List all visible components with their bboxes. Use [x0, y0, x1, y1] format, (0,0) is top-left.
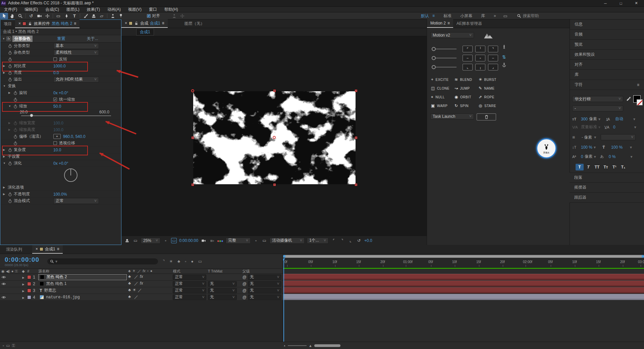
anchor-bottom-center-button[interactable]: ╷	[475, 64, 485, 70]
label-color[interactable]	[27, 282, 31, 286]
shape-tool[interactable]: ▭	[54, 13, 62, 19]
anchor-icon[interactable]	[501, 62, 507, 68]
expand-icon[interactable]: ▶	[22, 276, 24, 279]
stopwatch-icon[interactable]	[13, 141, 18, 146]
layer-name[interactable]: 黑色 纯色 1	[38, 281, 127, 287]
parent-dropdown[interactable]: 无˅	[248, 295, 281, 300]
menu-animation[interactable]: 动画(A)	[107, 7, 121, 12]
empty-dropdown[interactable]: ˅	[601, 134, 636, 140]
search-help[interactable]: 搜索帮助	[517, 13, 539, 19]
snapshot-icon[interactable]	[201, 238, 207, 243]
eye-icon[interactable]	[1, 275, 6, 280]
baseline-grid-value[interactable]: - 像素	[582, 135, 592, 140]
noise-type-dropdown[interactable]: 柔和线性˅	[53, 50, 99, 56]
transparency-grid-icon[interactable]: ▭	[261, 238, 267, 243]
all-caps-button[interactable]: TT	[593, 164, 601, 170]
tab-composition[interactable]: × 合成 合成1 ≡	[121, 19, 168, 28]
blend-button[interactable]: ≋BLEND	[454, 77, 472, 82]
anchor-mid-right-button[interactable]: −	[488, 55, 498, 61]
null-button[interactable]: ⌖NULL	[431, 95, 445, 99]
layer-name[interactable]: 黑色 纯色 2	[38, 274, 127, 280]
camera-dropdown[interactable]: 活动摄像机˅	[270, 238, 305, 244]
pickwhip-icon[interactable]: @	[243, 288, 247, 293]
show-channels-icon[interactable]	[217, 238, 223, 243]
trkmat-dropdown[interactable]: 无˅	[208, 281, 237, 287]
rocket-icon[interactable]	[501, 44, 507, 50]
horizontal-scale-value[interactable]: 100 %	[611, 145, 623, 150]
motion-slider-2[interactable]	[432, 56, 457, 60]
font-family-dropdown[interactable]: 华文行楷˅	[572, 96, 623, 102]
delete-button[interactable]	[477, 113, 496, 120]
timeline-search[interactable]: ▾	[47, 258, 158, 264]
stopwatch-icon[interactable]	[13, 91, 18, 95]
menu-effect[interactable]: 效果(T)	[87, 7, 100, 12]
anchor-top-right-button[interactable]: ⌝	[488, 46, 498, 52]
workspace-menu-icon[interactable]: ≡	[432, 13, 435, 18]
parent-dropdown[interactable]: 无˅	[248, 288, 281, 293]
layer-bar-2[interactable]	[283, 281, 644, 287]
stopwatch-icon[interactable]	[8, 44, 12, 48]
handle-bottom-center[interactable]	[273, 184, 276, 186]
stopwatch-icon[interactable]	[8, 77, 12, 82]
layer-row-3[interactable]: ▶ 3 T野鹿志 ♣☀／ 正常˅ 无˅ @无˅	[0, 287, 283, 294]
small-caps-button[interactable]: Tт	[602, 164, 610, 170]
playhead[interactable]	[283, 258, 284, 342]
point-control-icon[interactable]: +	[53, 134, 61, 139]
trkmat-dropdown[interactable]: 无˅	[208, 288, 237, 293]
effect-name[interactable]: 分形杂色	[12, 36, 33, 42]
eraser-tool[interactable]: ▱	[98, 13, 106, 19]
warp-button[interactable]: ▣WARP	[431, 103, 447, 108]
panel-preview[interactable]: 预览	[570, 40, 644, 50]
motion-slider-1[interactable]	[432, 47, 457, 51]
workspace-small-screen[interactable]: 小屏幕	[460, 13, 472, 19]
panel-align[interactable]: 对齐	[570, 60, 644, 70]
flowchart-icon[interactable]: ⌞	[347, 238, 354, 243]
effect-reset-link[interactable]: 重置	[57, 36, 65, 42]
menu-view[interactable]: 视图(V)	[128, 7, 142, 12]
handle-mid-left[interactable]	[192, 137, 194, 139]
contrast-value[interactable]: 1000.0	[53, 64, 66, 68]
stopwatch-icon[interactable]	[8, 148, 12, 152]
timeline-hscroll[interactable]	[314, 344, 340, 347]
align-checkbox[interactable]: ✓	[147, 14, 151, 18]
workspace-libraries[interactable]: 库	[481, 13, 485, 19]
label-color[interactable]	[27, 289, 31, 293]
overflow-dropdown[interactable]: 允许 HDR 结果˅	[53, 77, 99, 83]
stopwatch-icon[interactable]	[8, 161, 12, 166]
panel-wiggler[interactable]: 摇摆器	[570, 183, 644, 193]
effect-about-link[interactable]: 关于...	[87, 36, 98, 42]
mode-dropdown[interactable]: 正常˅	[173, 281, 206, 287]
transfer-controls-icon[interactable]: ⚿	[12, 343, 15, 348]
fractal-noise-preview[interactable]	[193, 91, 356, 184]
draft3d-icon[interactable]: ☀	[169, 259, 173, 264]
clone-button[interactable]: ◫CLONE	[431, 86, 449, 91]
tab-timeline-comp[interactable]: × 合成1 ≡	[32, 245, 63, 254]
timeline-tracks[interactable]: 0f 05f 10f 15f 20f 01:00f 05f 10f 15f 20…	[283, 254, 644, 342]
panel-menu-icon[interactable]: ≡	[57, 247, 59, 251]
camera-tool[interactable]	[35, 13, 43, 19]
panel-info[interactable]: 信息	[570, 19, 644, 30]
lock-icon[interactable]	[28, 21, 32, 26]
zoom-out-icon[interactable]: ▲	[283, 344, 286, 347]
menu-composition[interactable]: 合成(C)	[45, 7, 59, 12]
rotate-tool[interactable]: ↺	[27, 13, 35, 19]
grid-guides-icon[interactable]: ▫	[163, 238, 169, 243]
stroke-color-swatch[interactable]	[637, 99, 643, 105]
workspace-default[interactable]: 默认	[421, 13, 429, 19]
layer-bar-4[interactable]	[283, 294, 644, 300]
stopwatch-icon[interactable]	[8, 57, 12, 62]
navigator-start-handle[interactable]	[283, 255, 285, 258]
frame-blend-icon[interactable]: ▫	[185, 259, 186, 264]
clone-stamp-tool[interactable]	[90, 13, 98, 19]
handle-bottom-right[interactable]	[355, 184, 357, 186]
stopwatch-icon[interactable]	[8, 64, 12, 68]
parent-dropdown[interactable]: 无˅	[248, 281, 281, 287]
anchor-center-button[interactable]: ▫	[475, 55, 485, 61]
tab-layer[interactable]: 图层（无）	[181, 19, 208, 28]
pixel-aspect-icon[interactable]: ⌜	[331, 238, 337, 243]
updown-arrows-icon[interactable]: ⇅	[502, 54, 506, 60]
anchor-top-center-button[interactable]: ╵	[475, 46, 485, 52]
close-button[interactable]: ✕	[629, 0, 644, 7]
brush-tool[interactable]	[82, 13, 90, 19]
scale-value[interactable]: 50.0	[53, 104, 61, 109]
